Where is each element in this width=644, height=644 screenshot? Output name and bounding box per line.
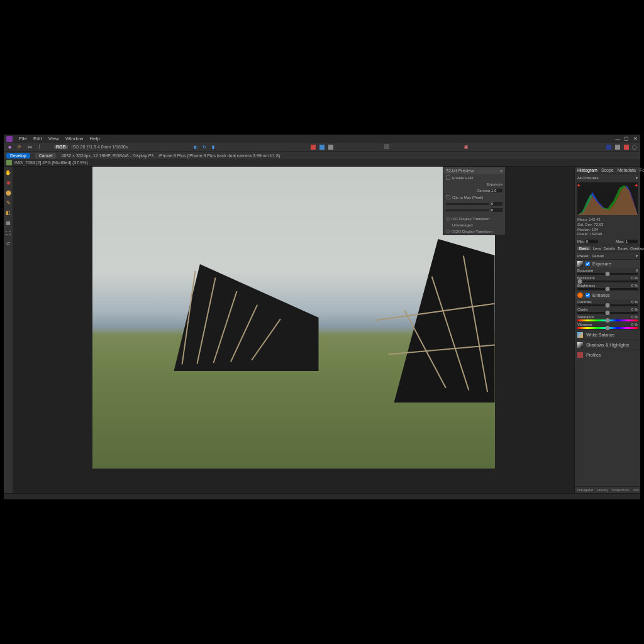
min-label: Min: (577, 240, 584, 243)
subtab-details[interactable]: Details (604, 247, 615, 250)
svg-marker-1 (635, 184, 638, 186)
swatch-b-icon[interactable] (615, 145, 620, 150)
white-balance-section[interactable]: White Balance (575, 330, 640, 340)
close-button[interactable]: ✕ (633, 136, 638, 142)
icc-radio[interactable] (446, 217, 450, 221)
minimize-button[interactable]: — (615, 136, 620, 142)
swatch-c-icon[interactable] (624, 145, 629, 150)
menu-view[interactable]: View (48, 136, 59, 142)
clip-label: Clip to Max (Peak) (452, 196, 483, 199)
brightness-slider[interactable]: Brightness0 % (575, 283, 640, 291)
panel-close-icon[interactable]: × (500, 169, 502, 173)
saturation-slider[interactable]: Saturation0 % (575, 314, 640, 322)
canvas[interactable]: 32-bit Preview × Enable HDR Exposure Gam… (13, 167, 574, 493)
32bit-preview-panel[interactable]: 32-bit Preview × Enable HDR Exposure Gam… (443, 167, 506, 235)
profiles-section[interactable]: Profiles (575, 350, 640, 360)
preset-value[interactable]: Default (592, 254, 604, 258)
single-view-icon[interactable] (328, 145, 333, 150)
gamma-label: Gamma (477, 189, 490, 192)
document-tab[interactable]: IMG_7088 [2].JPG [Modified] (37.9%) (14, 160, 88, 165)
subtab-lens[interactable]: Lens (593, 247, 601, 250)
enable-hdr-label: Enable HDR (452, 176, 473, 180)
menu-help[interactable]: Help (89, 136, 99, 142)
subtab-tones[interactable]: Tones (618, 247, 628, 250)
exposure-section-icon (577, 261, 583, 267)
menu-edit[interactable]: Edit (33, 136, 42, 142)
maximize-button[interactable]: ▢ (624, 136, 629, 142)
clarity-slider[interactable]: Clarity0 % (575, 307, 640, 314)
app-icon[interactable] (6, 136, 13, 142)
subtab-basic[interactable]: Basic (577, 247, 591, 250)
histogram-stats: Mean: 142.42 Std. Dev: 72.83 Median: 134… (575, 216, 640, 238)
tab-metadata[interactable]: Metadata (618, 168, 636, 172)
profiles-section-icon (577, 352, 583, 358)
mirror-view-icon[interactable] (319, 145, 325, 150)
contrast-slider[interactable]: Contrast0 % (575, 299, 640, 307)
display-slider-b[interactable] (446, 209, 489, 211)
context-bar: Develop Cancel 4032 × 3024px, 12.19MP, R… (4, 151, 640, 159)
tab-focus[interactable]: Focus (640, 168, 644, 172)
subtab-overlays[interactable]: Overlays (630, 247, 644, 250)
overlay-paint-tool-icon[interactable]: ✎ (5, 199, 11, 206)
tab-histogram[interactable]: Histogram (577, 168, 597, 172)
sh-section-icon (577, 342, 583, 348)
swatch-a-icon[interactable] (606, 145, 611, 150)
clip-checkbox[interactable] (446, 195, 450, 199)
ocio-radio[interactable] (446, 230, 450, 233)
wb-tool-icon[interactable]: ▱ (5, 240, 11, 246)
exposure-label: Exposure (487, 182, 502, 186)
display-value-a[interactable] (491, 202, 502, 206)
shadows-highlights-section[interactable]: Shadows & Highlights (575, 340, 640, 350)
overlay-erase-tool-icon[interactable]: ◧ (5, 209, 11, 216)
min-input[interactable] (586, 240, 598, 243)
menu-window[interactable]: Window (65, 136, 83, 142)
channels-dropdown-icon[interactable]: ▾ (636, 175, 638, 180)
tab-scope[interactable]: Scope (601, 168, 614, 172)
display-slider-a[interactable] (446, 203, 489, 205)
tab-navigator[interactable]: Navigator (577, 488, 594, 492)
camera-info: iPhone 8 Plus (iPhone 8 Plus back dual c… (158, 153, 280, 158)
enable-hdr-checkbox[interactable] (446, 175, 450, 180)
enhance-enable-checkbox[interactable] (586, 293, 590, 297)
vibrance-slider[interactable]: Vibrance0 % (575, 322, 640, 330)
ocio-label: OCIO Display Transform (452, 230, 492, 233)
preset-dropdown-icon[interactable]: ▾ (636, 253, 638, 258)
sync-icon[interactable]: ⟳ (16, 144, 23, 150)
share-icon[interactable]: ⤴ (36, 144, 43, 150)
unmanaged-label: Unmanaged (452, 223, 473, 227)
view-tool-icon[interactable]: ✋ (5, 169, 11, 175)
clip-warn-icon[interactable]: ▣ (463, 144, 469, 150)
exposure-slider[interactable]: Exposure0 (575, 268, 640, 275)
histogram[interactable] (577, 182, 638, 215)
mirror-icon[interactable]: ⋈ (26, 144, 33, 150)
exposure-section-header[interactable]: Exposure (575, 259, 640, 268)
tab-info[interactable]: Info (633, 488, 639, 492)
account-icon[interactable]: ◯ (631, 144, 638, 150)
redeye-tool-icon[interactable]: ◉ (5, 179, 11, 186)
gamma-input[interactable] (491, 189, 502, 192)
overlay-gradient-tool-icon[interactable]: ▦ (5, 219, 11, 226)
max-input[interactable] (625, 240, 638, 243)
crop-tool-icon[interactable]: ⛶ (5, 230, 11, 236)
before-after-icon[interactable] (384, 144, 389, 149)
develop-button[interactable]: Develop (6, 153, 30, 158)
rotate-mode-icon[interactable]: ↻ (201, 144, 208, 150)
icc-label: ICC Display Transform (452, 217, 489, 221)
display-value-b[interactable] (491, 208, 502, 212)
exposure-enable-checkbox[interactable] (586, 262, 590, 266)
crop-mode-icon[interactable]: ◐ (192, 144, 199, 150)
menu-file[interactable]: File (19, 136, 27, 142)
enhance-section-header[interactable]: Enhance (575, 291, 640, 299)
flip-mode-icon[interactable]: ▮ (210, 144, 216, 150)
main-area: ✋ ◉ ⬤ ✎ ◧ ▦ ⛶ ▱ (4, 167, 640, 493)
tab-history[interactable]: History (597, 488, 609, 492)
blackpoint-slider[interactable]: Blackpoint0 % (575, 275, 640, 283)
statusbar (4, 493, 640, 499)
menubar: File Edit View Window Help — ▢ ✕ (4, 135, 640, 143)
panel-title: 32-bit Preview (446, 169, 474, 173)
blemish-tool-icon[interactable]: ⬤ (5, 189, 11, 196)
split-view-icon[interactable] (311, 145, 316, 150)
tab-snapshots[interactable]: Snapshots (611, 488, 629, 492)
cancel-button[interactable]: Cancel (35, 153, 57, 158)
persona-photo-icon[interactable]: ◆ (6, 144, 13, 150)
